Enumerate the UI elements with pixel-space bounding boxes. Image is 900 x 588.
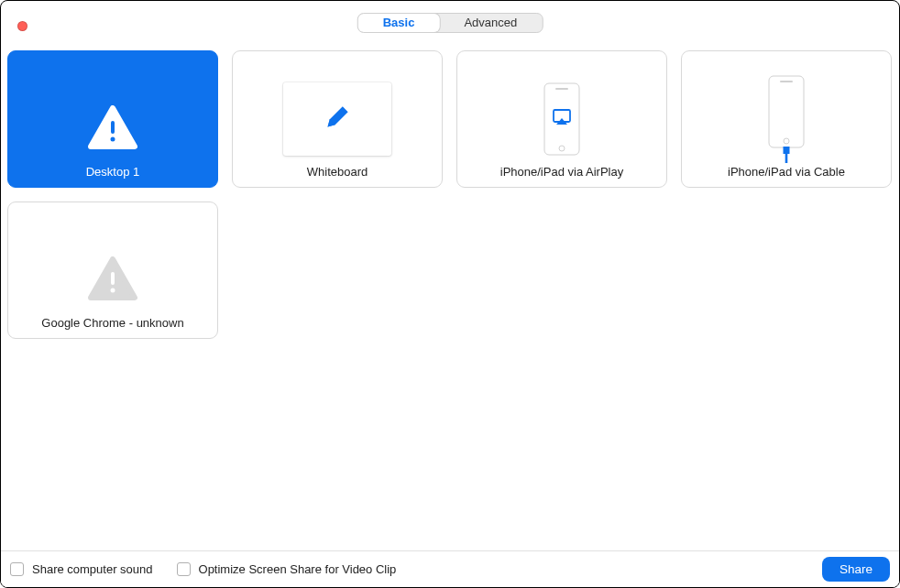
share-button[interactable]: Share	[822, 557, 890, 582]
svg-rect-9	[784, 147, 790, 154]
card-label: iPhone/iPad via AirPlay	[500, 165, 623, 179]
svg-rect-0	[111, 121, 115, 134]
checkbox-optimize-video[interactable]: Optimize Screen Share for Video Clip	[177, 562, 397, 576]
svg-rect-11	[111, 272, 115, 285]
phone-thumb	[768, 82, 805, 156]
checkbox-share-sound[interactable]: Share computer sound	[10, 562, 153, 576]
card-label: Desktop 1	[86, 165, 140, 179]
tab-advanced[interactable]: Advanced	[439, 14, 542, 32]
card-label: Whiteboard	[307, 165, 368, 179]
card-desktop-1[interactable]: Desktop 1	[7, 50, 218, 188]
warning-icon	[85, 252, 140, 307]
tabs-segment: Basic Advanced	[357, 13, 543, 33]
checkbox-box	[177, 562, 191, 576]
checkbox-label: Optimize Screen Share for Video Clip	[199, 562, 397, 576]
checkbox-box	[10, 562, 24, 576]
svg-rect-7	[780, 81, 793, 82]
pencil-icon	[324, 104, 350, 134]
card-whiteboard[interactable]: Whiteboard	[232, 50, 443, 188]
svg-point-1	[111, 137, 115, 142]
svg-rect-6	[769, 76, 804, 147]
whiteboard-thumb	[283, 82, 391, 156]
card-label: iPhone/iPad via Cable	[728, 165, 845, 179]
bottom-bar: Share computer sound Optimize Screen Sha…	[1, 550, 899, 587]
phone-thumb	[543, 82, 580, 156]
cable-icon	[784, 147, 790, 163]
card-chrome-window[interactable]: Google Chrome - unknown	[7, 201, 218, 339]
svg-rect-10	[785, 154, 788, 163]
close-button[interactable]	[17, 21, 27, 31]
card-iphone-airplay[interactable]: iPhone/iPad via AirPlay	[456, 50, 667, 188]
share-options-grid: Desktop 1 Whiteboard iP	[7, 50, 893, 339]
warning-icon	[85, 101, 140, 156]
svg-point-12	[111, 289, 115, 293]
checkbox-label: Share computer sound	[32, 562, 153, 576]
card-iphone-cable[interactable]: iPhone/iPad via Cable	[681, 50, 892, 188]
svg-rect-3	[555, 88, 568, 90]
card-label: Google Chrome - unknown	[41, 316, 183, 330]
tab-basic[interactable]: Basic	[358, 14, 440, 32]
